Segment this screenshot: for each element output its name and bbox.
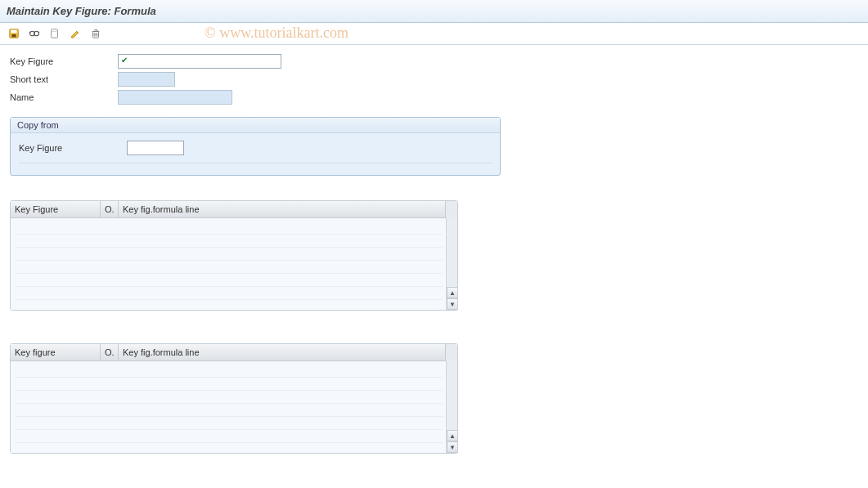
scroll-up-icon[interactable]: ▲ <box>447 287 458 298</box>
page-title: Maintain Key Figure: Formula <box>0 0 868 23</box>
copy-from-group: Copy from Key Figure <box>10 117 501 176</box>
grid2-header-corner <box>446 344 457 360</box>
short-text-label: Short text <box>10 74 118 84</box>
grid1-header-corner <box>446 201 457 217</box>
table-row[interactable] <box>16 222 443 235</box>
table-row[interactable] <box>16 378 443 391</box>
table-row[interactable] <box>16 248 443 261</box>
grid1-scrollbar[interactable]: ▲ ▼ <box>446 217 457 310</box>
grid1-body[interactable] <box>11 218 457 310</box>
svg-rect-2 <box>11 34 16 38</box>
delete-button[interactable] <box>87 25 105 42</box>
toolbar <box>0 23 868 45</box>
scroll-down-icon[interactable]: ▼ <box>447 298 458 310</box>
content-area: Key Figure ✔ Short text Name Copy from K… <box>0 45 868 462</box>
table-row[interactable] <box>16 261 443 274</box>
table-row[interactable] <box>16 287 443 300</box>
edit-button[interactable] <box>66 25 84 42</box>
scroll-down-icon[interactable]: ▼ <box>447 441 458 453</box>
grid1-header: Key Figure O. Key fig.formula line <box>11 201 457 218</box>
create-button[interactable] <box>46 25 64 42</box>
grid1-col-formula-line[interactable]: Key fig.formula line <box>119 201 446 217</box>
display-button[interactable] <box>25 25 43 42</box>
grid2-col-formula-line[interactable]: Key fig.formula line <box>119 344 446 360</box>
table-row[interactable] <box>16 430 443 443</box>
key-figure-label: Key Figure <box>10 56 118 66</box>
grid2-col-operator[interactable]: O. <box>101 344 119 360</box>
formula-grid-1: Key Figure O. Key fig.formula line ▲ ▼ <box>10 200 458 311</box>
table-row[interactable] <box>16 391 443 404</box>
short-text-input <box>118 72 175 87</box>
table-row[interactable] <box>16 274 443 287</box>
svg-rect-5 <box>52 29 58 38</box>
table-row[interactable] <box>16 235 443 248</box>
key-figure-input[interactable] <box>118 54 281 69</box>
copy-from-title: Copy from <box>11 118 500 133</box>
name-input <box>118 90 232 105</box>
table-row[interactable] <box>16 404 443 417</box>
grid1-col-key-figure[interactable]: Key Figure <box>11 201 101 217</box>
svg-rect-1 <box>11 30 17 34</box>
copy-key-figure-label: Key Figure <box>19 143 127 153</box>
grid2-header: Key figure O. Key fig.formula line <box>11 344 457 361</box>
table-row[interactable] <box>16 417 443 430</box>
table-row[interactable] <box>16 365 443 378</box>
copy-key-figure-input[interactable] <box>127 141 184 155</box>
grid2-col-key-figure[interactable]: Key figure <box>11 344 101 360</box>
scroll-up-icon[interactable]: ▲ <box>447 430 458 441</box>
name-label: Name <box>10 92 118 102</box>
formula-grid-2: Key figure O. Key fig.formula line ▲ ▼ <box>10 343 458 454</box>
required-check-icon: ✔ <box>121 56 128 65</box>
grid2-body[interactable] <box>11 361 457 453</box>
grid2-scrollbar[interactable]: ▲ ▼ <box>446 360 457 453</box>
grid1-col-operator[interactable]: O. <box>101 201 119 217</box>
save-button[interactable] <box>5 25 23 42</box>
